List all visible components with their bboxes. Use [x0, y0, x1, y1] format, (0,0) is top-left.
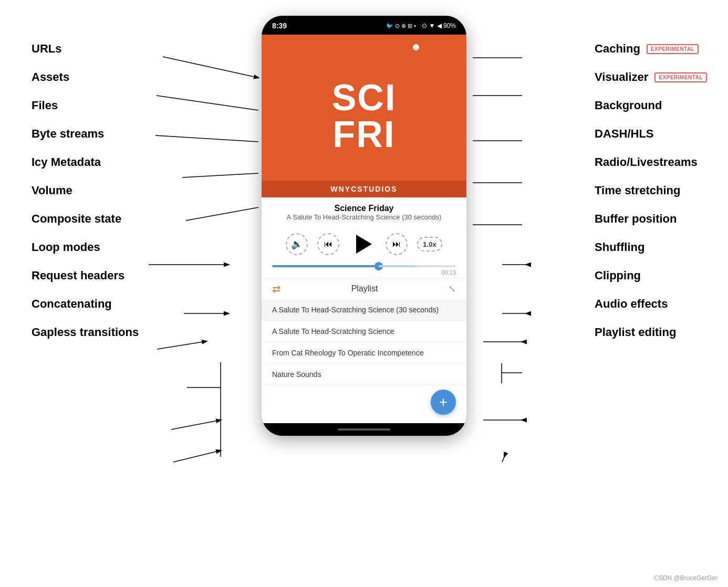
wnyc-bar: WNYCSTUDIOS	[262, 181, 466, 197]
svg-line-10	[171, 420, 221, 429]
label-visualizer: Visualizer	[595, 70, 648, 84]
signal-icons: ⊙ ▼ ◀ 90%	[422, 22, 456, 29]
label-files: Files	[32, 99, 139, 112]
label-request-headers: Request headers	[32, 269, 139, 282]
experimental-badge-visualizer: EXPERIMENTAL	[654, 72, 707, 82]
loop-icon[interactable]: ⇄	[272, 282, 281, 295]
label-buffer-position: Buffer position	[595, 212, 677, 226]
watermark: CSDN @BruceGerGer	[654, 574, 717, 582]
label-shuffling: Shuffling	[595, 240, 644, 254]
shuffle-icon[interactable]: ⤡	[448, 283, 456, 295]
logo-dot	[413, 44, 419, 50]
svg-line-23	[502, 457, 504, 462]
right-row-dash-hls: DASH/HLS	[595, 127, 653, 141]
label-composite-state: Composite state	[32, 212, 139, 226]
track-title: Science Friday	[272, 204, 456, 213]
volume-icon: 🔉	[291, 238, 303, 250]
right-row-background: Background	[595, 99, 662, 112]
skip-forward-button[interactable]: ⏭	[386, 233, 408, 255]
svg-line-4	[186, 207, 258, 221]
label-radio-livestreams: Radio/Livestreams	[595, 155, 698, 169]
playlist-item-text: Nature Sounds	[272, 370, 321, 379]
playlist-items: A Salute To Head-Scratching Science (30 …	[262, 299, 466, 385]
svg-line-11	[173, 450, 221, 462]
playlist-title-label: Playlist	[351, 284, 378, 294]
svg-line-3	[182, 173, 258, 177]
label-loop-modes: Loop modes	[32, 240, 139, 254]
label-clipping: Clipping	[595, 269, 641, 282]
svg-line-2	[155, 135, 258, 142]
play-button[interactable]	[349, 230, 376, 258]
fri-text: FRI	[332, 116, 397, 153]
phone-screen: SCI FRI WNYCSTUDIOS Science Friday A Sal…	[262, 35, 466, 423]
playlist-header: ⇄ Playlist ⤡	[262, 278, 466, 299]
label-byte-streams: Byte streams	[32, 127, 139, 141]
right-row-visualizer: Visualizer EXPERIMENTAL	[595, 70, 707, 84]
studios-label: STUDIOS	[357, 185, 397, 193]
progress-section: 00:13	[262, 263, 466, 278]
status-time: 8:39	[272, 22, 287, 30]
speed-button[interactable]: 1.0x	[417, 237, 442, 251]
progress-fill	[272, 265, 379, 267]
playlist-item-text: From Cat Rheology To Operatic Incompeten…	[272, 349, 423, 357]
playlist-item-text: A Salute To Head-Scratching Science (30 …	[272, 306, 439, 314]
label-icy-metadata: Icy Metadata	[32, 155, 139, 169]
add-button[interactable]: +	[431, 390, 456, 415]
playlist-item[interactable]: A Salute To Head-Scratching Science (30 …	[262, 299, 466, 321]
phone-device: 8:39 🐦 ⊙ ⊕ ⊞ • ⊙ ▼ ◀ 90% SCI FRI WNYCSTU…	[262, 16, 466, 436]
wnyc-label: WNYC	[330, 185, 357, 193]
status-bar: 8:39 🐦 ⊙ ⊕ ⊞ • ⊙ ▼ ◀ 90%	[262, 16, 466, 35]
playlist-item[interactable]: Nature Sounds	[262, 364, 466, 385]
playlist-item[interactable]: From Cat Rheology To Operatic Incompeten…	[262, 342, 466, 364]
playlist-item-text: A Salute To Head-Scratching Science	[272, 327, 394, 336]
status-icons: 🐦 ⊙ ⊕ ⊞ • ⊙ ▼ ◀ 90%	[386, 22, 456, 29]
svg-line-1	[157, 96, 258, 110]
right-row-time-stretching: Time stretching	[595, 184, 680, 197]
label-caching: Caching	[595, 42, 640, 56]
right-row-radio-livestreams: Radio/Livestreams	[595, 155, 698, 169]
label-assets: Assets	[32, 70, 139, 84]
playback-controls: 🔉 ⏮ ⏭ 1.0x	[262, 225, 466, 263]
speed-label: 1.0x	[423, 240, 436, 248]
label-playlist-editing: Playlist editing	[595, 326, 676, 339]
right-row-playlist-editing: Playlist editing	[595, 326, 676, 339]
right-row-buffer-position: Buffer position	[595, 212, 677, 226]
phone-body: 8:39 🐦 ⊙ ⊕ ⊞ • ⊙ ▼ ◀ 90% SCI FRI WNYCSTU…	[262, 16, 466, 436]
skip-forward-icon: ⏭	[392, 239, 401, 249]
notification-icons: 🐦 ⊙ ⊕ ⊞ •	[386, 23, 416, 29]
track-subtitle: A Salute To Head-Scratching Science (30 …	[272, 213, 456, 221]
skip-back-icon: ⏮	[324, 239, 332, 249]
experimental-badge-caching: EXPERIMENTAL	[647, 44, 699, 54]
svg-line-7	[157, 341, 206, 349]
label-urls: URLs	[32, 42, 139, 56]
add-icon: +	[439, 394, 448, 411]
progress-track[interactable]	[272, 265, 456, 267]
fab-section: +	[262, 385, 466, 423]
volume-button[interactable]: 🔉	[286, 233, 308, 255]
right-row-shuffling: Shuffling	[595, 240, 644, 254]
label-volume: Volume	[32, 184, 139, 197]
album-art: SCI FRI WNYCSTUDIOS	[262, 35, 466, 197]
phone-bottom-bar	[262, 423, 466, 436]
track-info: Science Friday A Salute To Head-Scratchi…	[262, 197, 466, 225]
sci-text: SCI	[332, 79, 397, 116]
sci-fri-logo: SCI FRI	[332, 79, 397, 153]
home-indicator	[338, 428, 390, 431]
playlist-item[interactable]: A Salute To Head-Scratching Science	[262, 321, 466, 342]
right-row-clipping: Clipping	[595, 269, 641, 282]
skip-back-button[interactable]: ⏮	[317, 233, 339, 255]
right-row-audio-effects: Audio effects	[595, 297, 668, 311]
buffer-fill	[379, 265, 415, 267]
right-row-caching: Caching EXPERIMENTAL	[595, 42, 699, 56]
label-audio-effects: Audio effects	[595, 297, 668, 311]
label-gapless-transitions: Gapless transitions	[32, 326, 139, 339]
label-dash-hls: DASH/HLS	[595, 127, 653, 141]
svg-line-0	[163, 57, 258, 78]
play-icon	[356, 235, 372, 254]
label-concatenating: Concatenating	[32, 297, 139, 311]
label-background: Background	[595, 99, 662, 112]
label-time-stretching: Time stretching	[595, 184, 680, 197]
time-remaining: 00:13	[272, 269, 456, 276]
